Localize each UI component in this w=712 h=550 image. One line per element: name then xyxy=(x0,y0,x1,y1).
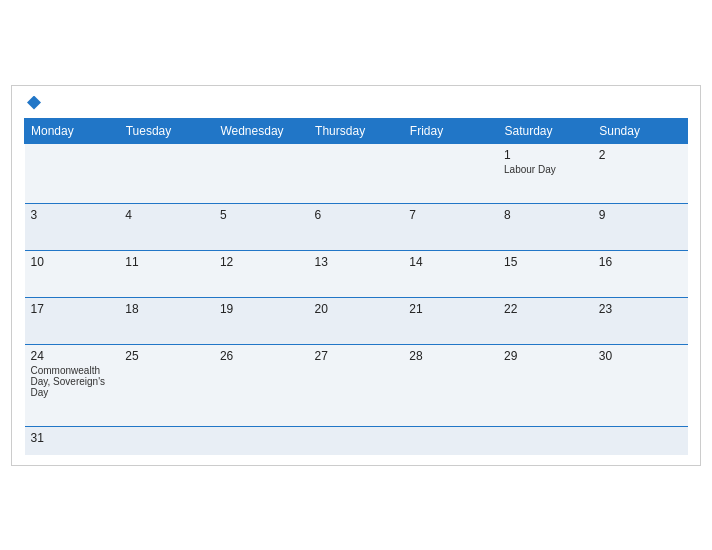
day-number: 21 xyxy=(409,302,492,316)
day-number: 30 xyxy=(599,349,682,363)
calendar-cell: 31 xyxy=(25,426,120,455)
day-number: 19 xyxy=(220,302,303,316)
calendar-cell: 21 xyxy=(403,297,498,344)
day-number: 6 xyxy=(315,208,398,222)
calendar-cell: 13 xyxy=(309,250,404,297)
calendar-cell: 16 xyxy=(593,250,688,297)
event-label: Commonwealth Day, Sovereign's Day xyxy=(31,365,114,398)
day-number: 27 xyxy=(315,349,398,363)
calendar-header xyxy=(24,96,688,110)
day-number: 12 xyxy=(220,255,303,269)
calendar-cell xyxy=(214,426,309,455)
day-number: 14 xyxy=(409,255,492,269)
calendar-table: MondayTuesdayWednesdayThursdayFridaySatu… xyxy=(24,118,688,455)
day-number: 10 xyxy=(31,255,114,269)
day-number: 9 xyxy=(599,208,682,222)
calendar-cell: 11 xyxy=(119,250,214,297)
calendar-cell xyxy=(403,426,498,455)
calendar-cell: 15 xyxy=(498,250,593,297)
calendar-cell: 23 xyxy=(593,297,688,344)
calendar-cell: 9 xyxy=(593,203,688,250)
weekday-header: Monday xyxy=(25,118,120,143)
day-number: 22 xyxy=(504,302,587,316)
calendar-cell: 24Commonwealth Day, Sovereign's Day xyxy=(25,344,120,426)
calendar-week-row: 10111213141516 xyxy=(25,250,688,297)
calendar-cell: 5 xyxy=(214,203,309,250)
day-number: 8 xyxy=(504,208,587,222)
day-number: 3 xyxy=(31,208,114,222)
calendar-cell xyxy=(309,426,404,455)
calendar-cell xyxy=(25,143,120,203)
calendar-cell: 26 xyxy=(214,344,309,426)
calendar-cell: 19 xyxy=(214,297,309,344)
day-number: 31 xyxy=(31,431,114,445)
event-label: Labour Day xyxy=(504,164,587,175)
calendar-cell: 20 xyxy=(309,297,404,344)
day-number: 15 xyxy=(504,255,587,269)
day-number: 28 xyxy=(409,349,492,363)
calendar-week-row: 31 xyxy=(25,426,688,455)
calendar-cell: 4 xyxy=(119,203,214,250)
day-number: 23 xyxy=(599,302,682,316)
calendar-cell: 25 xyxy=(119,344,214,426)
calendar-cell xyxy=(593,426,688,455)
calendar-week-row: 3456789 xyxy=(25,203,688,250)
calendar-cell: 30 xyxy=(593,344,688,426)
day-number: 20 xyxy=(315,302,398,316)
day-number: 24 xyxy=(31,349,114,363)
weekday-header: Thursday xyxy=(309,118,404,143)
day-number: 18 xyxy=(125,302,208,316)
logo-flag-icon xyxy=(27,96,41,110)
weekday-header: Wednesday xyxy=(214,118,309,143)
calendar-cell: 28 xyxy=(403,344,498,426)
calendar-cell: 1Labour Day xyxy=(498,143,593,203)
calendar-cell: 6 xyxy=(309,203,404,250)
weekday-header: Friday xyxy=(403,118,498,143)
day-number: 11 xyxy=(125,255,208,269)
calendar-cell: 27 xyxy=(309,344,404,426)
day-number: 1 xyxy=(504,148,587,162)
calendar-cell: 7 xyxy=(403,203,498,250)
weekday-header: Saturday xyxy=(498,118,593,143)
calendar-cell: 8 xyxy=(498,203,593,250)
calendar-cell: 12 xyxy=(214,250,309,297)
day-number: 2 xyxy=(599,148,682,162)
calendar-cell xyxy=(214,143,309,203)
calendar-week-row: 17181920212223 xyxy=(25,297,688,344)
calendar-cell xyxy=(309,143,404,203)
calendar-cell: 3 xyxy=(25,203,120,250)
calendar-week-row: 1Labour Day2 xyxy=(25,143,688,203)
day-number: 4 xyxy=(125,208,208,222)
calendar-cell: 2 xyxy=(593,143,688,203)
calendar: MondayTuesdayWednesdayThursdayFridaySatu… xyxy=(11,85,701,466)
calendar-cell: 29 xyxy=(498,344,593,426)
logo xyxy=(24,96,41,110)
day-number: 17 xyxy=(31,302,114,316)
calendar-cell: 22 xyxy=(498,297,593,344)
calendar-cell: 10 xyxy=(25,250,120,297)
calendar-week-row: 24Commonwealth Day, Sovereign's Day25262… xyxy=(25,344,688,426)
calendar-cell xyxy=(119,426,214,455)
calendar-cell xyxy=(498,426,593,455)
day-number: 7 xyxy=(409,208,492,222)
weekday-header: Tuesday xyxy=(119,118,214,143)
day-number: 13 xyxy=(315,255,398,269)
calendar-cell xyxy=(403,143,498,203)
calendar-cell: 17 xyxy=(25,297,120,344)
day-number: 5 xyxy=(220,208,303,222)
day-number: 26 xyxy=(220,349,303,363)
calendar-cell: 18 xyxy=(119,297,214,344)
day-number: 25 xyxy=(125,349,208,363)
day-number: 29 xyxy=(504,349,587,363)
calendar-cell: 14 xyxy=(403,250,498,297)
calendar-cell xyxy=(119,143,214,203)
day-number: 16 xyxy=(599,255,682,269)
weekday-header-row: MondayTuesdayWednesdayThursdayFridaySatu… xyxy=(25,118,688,143)
weekday-header: Sunday xyxy=(593,118,688,143)
